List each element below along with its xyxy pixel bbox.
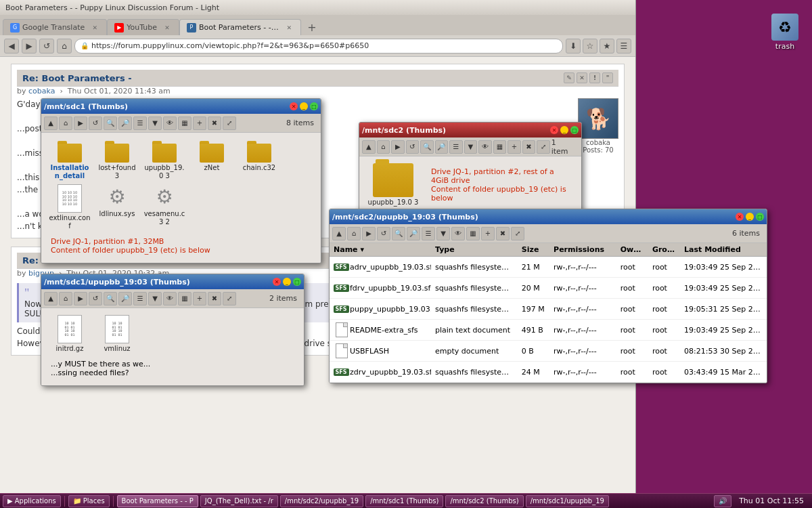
tab-youtube-close[interactable]: ✕ — [162, 23, 172, 33]
tb-cols-btn[interactable]: ▦ — [178, 117, 191, 130]
win-sdc2-upupbb-min-btn[interactable]: _ — [746, 213, 754, 221]
tb-view-btn[interactable]: ☰ — [449, 140, 463, 154]
tb-add-btn[interactable]: + — [508, 140, 521, 154]
tb-filter-btn[interactable]: ▼ — [148, 292, 162, 305]
tb-cross-btn[interactable]: ✖ — [208, 292, 221, 305]
tb-view-btn[interactable]: ☰ — [133, 292, 147, 305]
taskbar-sdc2-thumbs[interactable]: /mnt/sdc2 (Thumbs) — [445, 495, 523, 507]
tab-google-translate[interactable]: G Google Translate ✕ — [3, 19, 107, 35]
taskbar-jq-dell[interactable]: JQ_(The_Dell).txt - /r — [200, 495, 278, 507]
tb-add-btn[interactable]: + — [481, 227, 495, 240]
file-upupbb[interactable]: upupbb_19.0 3 — [143, 140, 186, 180]
tb-cross-btn[interactable]: ✖ — [208, 117, 221, 130]
reload-button[interactable]: ↺ — [39, 39, 54, 54]
tab-boot-params-close[interactable]: ✕ — [285, 23, 294, 33]
tb-cols-btn[interactable]: ▦ — [178, 292, 191, 305]
tb-eye-btn[interactable]: 👁 — [163, 117, 177, 130]
tb-zoom-out-btn[interactable]: 🔎 — [407, 227, 420, 240]
tb-reload-btn[interactable]: ↺ — [89, 292, 102, 305]
tb-play-btn[interactable]: ▶ — [362, 227, 376, 240]
tb-zoom-in-btn[interactable]: 🔍 — [420, 140, 434, 154]
taskbar-sdc2-upupbb[interactable]: /mnt/sdc2/upupbb_19 — [280, 495, 363, 507]
tab-google-translate-close[interactable]: ✕ — [90, 23, 99, 33]
win-sdc2-max-btn[interactable]: □ — [570, 126, 579, 134]
tb-play-btn[interactable]: ▶ — [74, 117, 87, 130]
table-row[interactable]: SFS zdrv_upupbb_19.03.sfs squashfs files… — [330, 362, 767, 383]
win-sdc2-upupbb-close-btn[interactable]: ✕ — [736, 213, 744, 221]
taskbar-sdc1-thumbs[interactable]: /mnt/sdc1 (Thumbs) — [365, 495, 443, 507]
tb-cross-btn[interactable]: ✖ — [522, 140, 536, 154]
col-perms[interactable]: Permissions — [549, 243, 616, 256]
tb-reload-btn[interactable]: ↺ — [406, 140, 420, 154]
file-chain-c32[interactable]: chain.c32 — [238, 140, 281, 180]
tb-zoom-in-btn[interactable]: 🔍 — [392, 227, 405, 240]
col-name[interactable]: Name ▾ — [330, 243, 431, 256]
taskbar-indicator[interactable]: 🔊 — [714, 495, 731, 507]
download-button[interactable]: ⬇ — [566, 39, 581, 54]
tb-view-btn[interactable]: ☰ — [422, 227, 435, 240]
home-button[interactable]: ⌂ — [57, 39, 72, 54]
win-sdc1-upupbb-close-btn[interactable]: ✕ — [273, 278, 281, 286]
tb-eye-btn[interactable]: 👁 — [478, 140, 492, 154]
file-lost-found[interactable]: lost+found 3 — [95, 140, 139, 180]
file-upupbb-sdc2[interactable]: upupbb_19.0 3 — [366, 163, 420, 207]
table-row[interactable]: README-extra_sfs plain text document 491… — [330, 320, 767, 341]
tb-eye-btn[interactable]: 👁 — [451, 227, 465, 240]
tb-filter-btn[interactable]: ▼ — [148, 117, 162, 130]
tb-home-btn[interactable]: ⌂ — [59, 117, 72, 130]
win-sdc1-upupbb-min-btn[interactable]: _ — [283, 278, 291, 286]
col-group[interactable]: Group — [648, 243, 680, 256]
file-znet[interactable]: zNet — [190, 140, 233, 180]
col-size[interactable]: Size — [518, 243, 549, 256]
taskbar-places[interactable]: 📁 Places — [68, 495, 110, 507]
star-button[interactable]: ★ — [600, 39, 614, 54]
win-sdc1-upupbb-max-btn[interactable]: □ — [293, 278, 301, 286]
file-vmlinuz[interactable]: 10 1001 0110 1001 01 vmlinuz — [95, 315, 139, 353]
file-extlinux[interactable]: 10 10 1010 10 1010 10 1010 10 10 extlinu… — [48, 184, 91, 230]
tb-up-btn[interactable]: ▲ — [362, 140, 376, 154]
forward-button[interactable]: ▶ — [22, 39, 37, 54]
quote-icon[interactable]: " — [602, 72, 613, 83]
tb-view-btn[interactable]: ☰ — [133, 117, 147, 130]
tb-zoom-in-btn[interactable]: 🔍 — [104, 117, 117, 130]
tb-cols-btn[interactable]: ▦ — [466, 227, 480, 240]
tb-cross-btn[interactable]: ✖ — [496, 227, 510, 240]
file-ldlinux[interactable]: ⚙ ldlinux.sys — [95, 184, 139, 230]
win-sdc2-min-btn[interactable]: _ — [560, 126, 568, 134]
tb-filter-btn[interactable]: ▼ — [436, 227, 450, 240]
tb-home-btn[interactable]: ⌂ — [59, 292, 72, 305]
win-sdc1-max-btn[interactable]: □ — [310, 102, 318, 110]
tb-play-btn[interactable]: ▶ — [74, 292, 87, 305]
tb-cols-btn[interactable]: ▦ — [493, 140, 507, 154]
tb-zoom-out-btn[interactable]: 🔎 — [118, 117, 132, 130]
url-bar[interactable]: 🔒 https://forum.puppylinux.com/viewtopic… — [74, 39, 563, 54]
delete-icon[interactable]: ✕ — [577, 72, 587, 83]
tb-resize-btn[interactable]: ⤢ — [511, 227, 524, 240]
tb-home-btn[interactable]: ⌂ — [347, 227, 361, 240]
win-sdc2-upupbb-max-btn[interactable]: □ — [756, 213, 764, 221]
tb-zoom-out-btn[interactable]: 🔎 — [118, 292, 132, 305]
win-sdc1-close-btn[interactable]: ✕ — [290, 102, 298, 110]
taskbar-boot-params[interactable]: Boot Parameters - - P — [117, 495, 198, 507]
tab-youtube[interactable]: ▶ YouTube ✕ — [107, 19, 179, 35]
tb-play-btn[interactable]: ▶ — [391, 140, 405, 154]
table-row[interactable]: SFS fdrv_upupbb_19.03.sfs squashfs files… — [330, 278, 767, 299]
tb-resize-btn[interactable]: ⤢ — [223, 117, 236, 130]
tb-up-btn[interactable]: ▲ — [44, 117, 58, 130]
tb-home-btn[interactable]: ⌂ — [377, 140, 390, 154]
back-button[interactable]: ◀ — [4, 39, 19, 54]
tb-add-btn[interactable]: + — [193, 117, 206, 130]
col-type[interactable]: Type — [431, 243, 518, 256]
col-modified[interactable]: Last Modified — [680, 243, 767, 256]
taskbar-sdc1-upupbb[interactable]: /mnt/sdc1/upupbb_19 — [526, 495, 609, 507]
table-row[interactable]: SFS puppy_upupbb_19.03.sfs squashfs file… — [330, 299, 767, 320]
table-row[interactable]: SFS adrv_upupbb_19.03.sfs squashfs files… — [330, 257, 767, 278]
win-sdc1-min-btn[interactable]: _ — [300, 102, 308, 110]
table-row[interactable]: USBFLASH empty document 0 B rw-,r--,r--/… — [330, 341, 767, 362]
tb-resize-btn[interactable]: ⤢ — [223, 292, 236, 305]
tb-zoom-out-btn[interactable]: 🔎 — [435, 140, 449, 154]
file-initrd[interactable]: 10 1001 0110 1001 01 initrd.gz — [48, 315, 91, 353]
tb-zoom-in-btn[interactable]: 🔍 — [104, 292, 117, 305]
trash-icon-container[interactable]: ♻ trash — [771, 14, 798, 51]
post-cobaka-author[interactable]: cobaka — [28, 87, 55, 96]
